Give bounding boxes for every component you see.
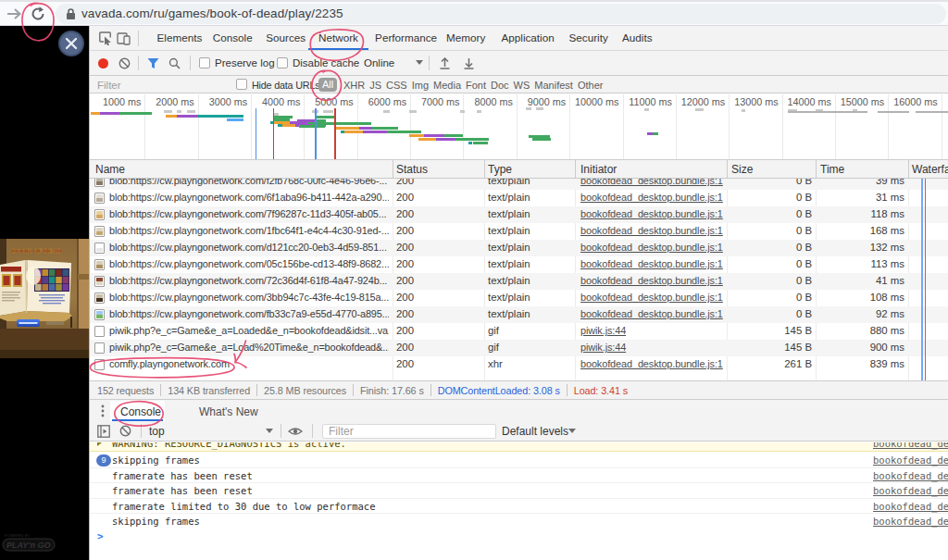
address-bar[interactable]: vavada.com/ru/games/book-of-dead/play/22… [56, 4, 946, 24]
filter-type-doc[interactable]: Doc [491, 80, 509, 91]
network-filter-input[interactable]: Filter [97, 80, 121, 91]
column-header-time[interactable]: Time [820, 163, 844, 176]
console-warning-row[interactable]: WARNING: RESOURCE_DIAGNOSTICS is active.… [90, 442, 948, 452]
column-header-waterfall[interactable]: Waterfall [912, 163, 948, 176]
tab-console[interactable]: Console [203, 26, 263, 50]
disable-cache-checkbox[interactable] [277, 57, 288, 68]
tab-memory[interactable]: Memory [436, 26, 495, 50]
console-source-link[interactable]: bookofdead_desktop.bundle.js:1 [873, 516, 948, 527]
console-source-link[interactable]: bookofdead_desktop.bundle.js:1 [873, 470, 948, 481]
request-name[interactable]: blob:https://cw.playngonetwork.com/d121c… [109, 242, 389, 253]
console-log-row[interactable]: framerate has been reset bookofdead_desk… [90, 483, 948, 499]
tab-security[interactable]: Security [559, 26, 618, 50]
clear-console-icon[interactable] [119, 425, 131, 437]
drawer-tab-console[interactable]: Console [110, 401, 165, 422]
console-log-row[interactable]: skipping frames bookofdead_desktop.bundl… [90, 514, 948, 529]
network-request-row[interactable]: piwik.php?e_c=Game&e_a=Load%20Time&e_n=b… [90, 340, 948, 356]
filter-type-xhr[interactable]: XHR [343, 80, 365, 91]
filter-type-all[interactable]: All [318, 78, 337, 92]
tab-performance[interactable]: Performance [365, 26, 447, 50]
network-request-row[interactable]: blob:https://cw.playngonetwork.com/f2fb7… [90, 179, 948, 190]
console-source-link[interactable]: bookofdead_desktop.bundle.js:1 [873, 501, 948, 512]
console-messages: WARNING: RESOURCE_DIAGNOSTICS is active.… [90, 442, 948, 560]
document-icon [94, 326, 105, 337]
console-source-link[interactable]: bookofdead_desktop.bundle.js:1 [873, 485, 948, 496]
repeat-count-badge: 9 [96, 454, 111, 467]
network-request-row[interactable]: comfly.playngonetwork.com200xhrbookofdea… [90, 356, 948, 373]
console-log-row[interactable]: framerate has been reset bookofdead_desk… [90, 468, 948, 484]
network-request-row[interactable]: blob:https://cw.playngonetwork.com/05c15… [90, 256, 948, 273]
console-log-row[interactable]: framerate limited to 30 due to low perfo… [90, 499, 948, 515]
filter-type-img[interactable]: Img [412, 80, 429, 91]
network-request-row[interactable]: blob:https://cw.playngonetwork.com/6f1ab… [90, 190, 948, 206]
console-levels-select[interactable]: Default levels [502, 425, 568, 438]
filter-type-css[interactable]: CSS [386, 80, 407, 91]
import-har-icon[interactable] [439, 57, 451, 69]
filter-type-media[interactable]: Media [433, 80, 461, 91]
tab-application[interactable]: Application [492, 26, 565, 50]
request-type: text/plain [488, 275, 530, 286]
filter-type-other[interactable]: Other [578, 80, 604, 91]
overview-request-bar [187, 110, 195, 113]
request-name[interactable]: piwik.php?e_c=Game&e_a=Load%20Time&e_n=b… [109, 342, 389, 353]
filter-type-ws[interactable]: WS [514, 80, 530, 91]
tab-audits[interactable]: Audits [612, 26, 662, 50]
column-header-initiator[interactable]: Initiator [580, 163, 617, 176]
network-request-row[interactable]: blob:https://cw.playngonetwork.com/72c36… [90, 273, 948, 290]
drawer-tab-whats-new[interactable]: What's New [199, 405, 258, 418]
console-source-link[interactable]: bookofdead_desktop.bundle.js:1 [873, 442, 948, 449]
record-network-log-button[interactable] [98, 58, 108, 68]
request-name[interactable]: blob:https://cw.playngonetwork.com/fb33c… [109, 308, 389, 319]
request-name[interactable]: piwik.php?e_c=Game&e_a=Loaded&e_n=bookof… [109, 325, 389, 336]
throttling-select[interactable]: Online [364, 57, 394, 68]
expand-triangle-icon[interactable] [97, 442, 102, 446]
close-game-button[interactable] [58, 31, 84, 56]
request-type: text/plain [488, 208, 530, 219]
overview-time-label: 5000 ms [315, 96, 353, 107]
overview-request-bar [468, 142, 472, 144]
summary-load: Load: 3.41 s [568, 385, 634, 396]
filter-type-js[interactable]: JS [369, 80, 381, 91]
console-filter-input[interactable] [322, 424, 496, 439]
console-prompt[interactable]: > [97, 530, 104, 542]
tab-sources[interactable]: Sources [256, 26, 316, 50]
column-header-status[interactable]: Status [396, 163, 428, 176]
forward-icon[interactable] [6, 6, 22, 22]
search-icon[interactable] [168, 57, 181, 69]
console-sidebar-toggle-icon[interactable] [97, 425, 110, 438]
console-log-row[interactable]: 9 skipping frames bookofdead_desktop.bun… [90, 453, 948, 468]
request-name[interactable]: comfly.playngonetwork.com [109, 358, 389, 369]
console-context-select[interactable]: top [149, 425, 165, 438]
network-request-row[interactable]: piwik.php?e_c=Game&e_a=Loaded&e_n=bookof… [90, 323, 948, 340]
network-request-row[interactable]: blob:https://cw.playngonetwork.com/7f962… [90, 206, 948, 223]
request-name[interactable]: blob:https://cw.playngonetwork.com/1fbc6… [109, 225, 389, 236]
hide-data-urls-checkbox[interactable] [236, 79, 247, 90]
filter-type-font[interactable]: Font [466, 80, 486, 91]
export-har-icon[interactable] [463, 57, 475, 69]
network-request-row[interactable]: blob:https://cw.playngonetwork.com/fb33c… [90, 306, 948, 323]
request-name[interactable]: blob:https://cw.playngonetwork.com/05c15… [109, 258, 389, 269]
refresh-icon[interactable] [30, 6, 46, 22]
network-overview-waterfall[interactable]: 1000 ms2000 ms3000 ms4000 ms5000 ms6000 … [90, 93, 948, 159]
preserve-log-checkbox[interactable] [199, 57, 210, 68]
overview-request-bar [177, 115, 197, 118]
filter-funnel-icon[interactable] [147, 57, 159, 69]
request-name[interactable]: blob:https://cw.playngonetwork.com/3bb94… [109, 292, 389, 303]
request-name[interactable]: blob:https://cw.playngonetwork.com/f2fb7… [109, 179, 389, 186]
tab-network[interactable]: Network [308, 26, 368, 50]
request-name[interactable]: blob:https://cw.playngonetwork.com/6f1ab… [109, 192, 389, 203]
network-request-row[interactable]: blob:https://cw.playngonetwork.com/3bb94… [90, 290, 948, 306]
network-request-row[interactable]: blob:https://cw.playngonetwork.com/1fbc6… [90, 223, 948, 240]
filter-type-manifest[interactable]: Manifest [534, 80, 573, 91]
network-request-row[interactable]: blob:https://cw.playngonetwork.com/d121c… [90, 240, 948, 256]
live-expression-eye-icon[interactable] [288, 425, 303, 438]
console-source-link[interactable]: bookofdead_desktop.bundle.js:1 [873, 454, 948, 466]
request-time: 168 ms [738, 225, 904, 236]
request-name[interactable]: blob:https://cw.playngonetwork.com/72c36… [109, 275, 389, 286]
column-header-name[interactable]: Name [95, 163, 125, 176]
clear-network-log-icon[interactable] [118, 57, 131, 69]
kebab-menu-icon[interactable] [96, 404, 109, 418]
column-header-size[interactable]: Size [731, 163, 753, 176]
column-header-type[interactable]: Type [488, 163, 512, 176]
request-name[interactable]: blob:https://cw.playngonetwork.com/7f962… [109, 208, 389, 219]
